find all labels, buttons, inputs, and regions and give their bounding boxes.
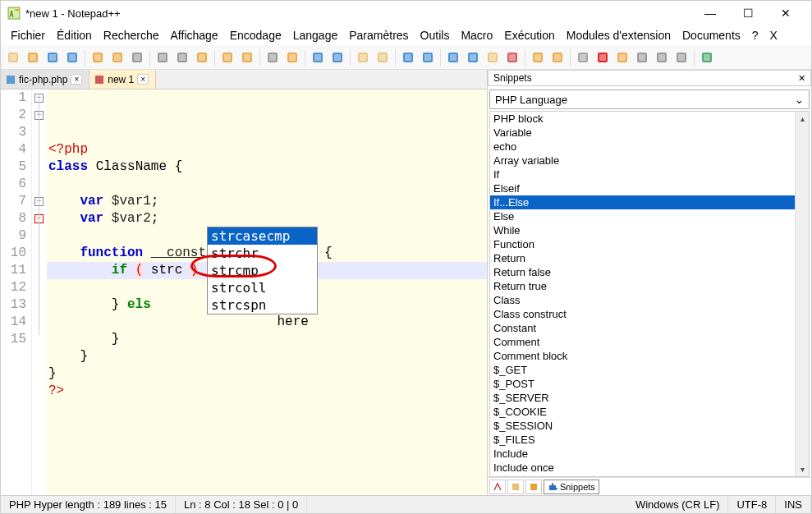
autocomplete-item[interactable]: strchr (208, 245, 317, 262)
autocomplete-item[interactable]: strcasecmp (208, 227, 317, 245)
redo-icon[interactable] (238, 48, 256, 67)
play-icon[interactable] (633, 48, 651, 67)
tab-close-icon[interactable]: × (71, 74, 82, 85)
minimize-button[interactable]: — (691, 1, 729, 25)
menu-documents[interactable]: Documents (677, 27, 745, 44)
snippet-item[interactable]: echo (490, 140, 795, 154)
snippet-item[interactable]: Else (490, 209, 795, 223)
close-icon[interactable] (89, 48, 107, 67)
snippet-item[interactable]: $_SERVER (490, 391, 795, 405)
undo-icon[interactable] (218, 48, 236, 67)
snippet-item[interactable]: Function (490, 237, 795, 251)
scrollbar[interactable]: ▴ ▾ (795, 112, 809, 476)
doc-map-icon[interactable] (503, 48, 521, 67)
snippet-item[interactable]: $_SESSION (490, 419, 795, 433)
snippet-item[interactable]: Constant (490, 321, 795, 335)
file-tab[interactable]: fic-php.php× (1, 70, 89, 89)
indent-guide-icon[interactable] (444, 48, 462, 67)
menu-dition[interactable]: Édition (52, 27, 97, 44)
menu-recherche[interactable]: Recherche (99, 27, 164, 44)
folder-workspace-icon[interactable] (548, 48, 567, 67)
snippet-item[interactable]: If...Else (490, 195, 795, 209)
snippet-item[interactable]: While (490, 223, 795, 237)
new-file-icon[interactable] (4, 48, 22, 67)
snippet-item[interactable]: $_FILES (490, 433, 795, 447)
snippet-item[interactable]: Comment block (490, 349, 795, 363)
menu-encodage[interactable]: Encodage (225, 27, 287, 44)
sync-v-icon[interactable] (354, 48, 372, 67)
snippet-item[interactable]: Class construct (490, 307, 795, 321)
code-editor[interactable]: 123456789101112131415 −−−− <?phpclass Cl… (1, 89, 487, 495)
close-all-icon[interactable] (108, 48, 126, 67)
open-icon[interactable] (24, 48, 42, 67)
folder-icon[interactable] (484, 48, 502, 67)
tab-close-icon[interactable]: × (137, 74, 149, 85)
menu-paramtres[interactable]: Paramètres (344, 27, 413, 44)
code-body[interactable]: <?phpclass ClassName { var $var1; var $v… (47, 89, 487, 495)
snippet-item[interactable]: If (490, 168, 795, 181)
monitor-icon[interactable] (574, 48, 592, 67)
paste-icon[interactable] (193, 48, 211, 67)
snippet-item[interactable]: Variable (490, 126, 795, 140)
menu-x[interactable]: X (765, 27, 782, 44)
autocomplete-item[interactable]: strcspn (208, 296, 317, 314)
snippet-item[interactable]: Return (490, 251, 795, 265)
menu-[interactable]: ? (747, 27, 764, 44)
snippets-list[interactable]: PHP blockVariableechoArray variableIfEls… (490, 112, 795, 476)
snippet-item[interactable]: Elseif (490, 181, 795, 195)
print-icon[interactable] (128, 48, 146, 67)
autocomplete-item[interactable]: strcmp (208, 262, 317, 279)
menu-affichage[interactable]: Affichage (166, 27, 223, 44)
snippet-item[interactable]: Include (490, 447, 795, 461)
snippets-close-icon[interactable]: ✕ (798, 73, 805, 84)
zoom-in-icon[interactable] (309, 48, 327, 67)
snip-tab-1[interactable] (489, 480, 506, 494)
save-all-icon[interactable] (63, 48, 81, 67)
menu-modulesdextension[interactable]: Modules d'extension (562, 27, 676, 44)
snippet-item[interactable]: Return true (490, 279, 795, 293)
status-insert-mode[interactable]: INS (776, 496, 811, 513)
menu-langage[interactable]: Langage (288, 27, 343, 44)
snippet-item[interactable]: Array variable (490, 154, 795, 168)
fold-column[interactable]: −−−− (32, 89, 47, 495)
autocomplete-item[interactable]: strcoll (208, 279, 317, 296)
save-macro-icon[interactable] (672, 48, 690, 67)
scroll-up-icon[interactable]: ▴ (796, 112, 809, 126)
snippet-item[interactable]: $_POST (490, 377, 795, 391)
snippet-item[interactable]: Include once (490, 461, 795, 475)
snippet-item[interactable]: Class (490, 293, 795, 307)
all-chars-icon[interactable] (419, 48, 437, 67)
fn-list-icon[interactable] (529, 48, 547, 67)
wrap-icon[interactable] (399, 48, 417, 67)
maximize-button[interactable]: ☐ (729, 1, 767, 25)
lang-icon[interactable] (464, 48, 482, 67)
save-icon[interactable] (44, 48, 62, 67)
snippet-item[interactable]: PHP block (490, 112, 795, 126)
zoom-out-icon[interactable] (328, 48, 346, 67)
snippet-item[interactable]: Return false (490, 265, 795, 279)
close-window-button[interactable]: ✕ (767, 1, 805, 25)
record-icon[interactable] (594, 48, 612, 67)
snip-tab-3[interactable] (525, 480, 542, 494)
cut-icon[interactable] (154, 48, 172, 67)
snip-tab-2[interactable] (507, 480, 524, 494)
snippet-item[interactable]: Comment (490, 335, 795, 349)
file-tab[interactable]: new 1× (89, 70, 156, 89)
snip-tab-snippets[interactable]: Snippets (544, 480, 599, 494)
stop-icon[interactable] (613, 48, 631, 67)
snippet-item[interactable]: $_COOKIE (490, 405, 795, 419)
puzzle-icon[interactable] (698, 48, 716, 67)
replace-icon[interactable] (283, 48, 301, 67)
play-multi-icon[interactable] (653, 48, 671, 67)
autocomplete-popup[interactable]: strcasecmpstrchrstrcmpstrcollstrcspn (207, 227, 318, 314)
copy-icon[interactable] (173, 48, 191, 67)
status-encoding[interactable]: UTF-8 (728, 496, 776, 513)
menu-macro[interactable]: Macro (456, 27, 498, 44)
snippets-language-select[interactable]: PHP Language ⌄ (489, 89, 810, 109)
menu-fichier[interactable]: Fichier (6, 27, 50, 44)
find-icon[interactable] (264, 48, 282, 67)
scroll-down-icon[interactable]: ▾ (796, 462, 809, 476)
sync-h-icon[interactable] (374, 48, 392, 67)
snippet-item[interactable]: $_GET (490, 363, 795, 377)
menu-excution[interactable]: Exécution (499, 27, 559, 44)
